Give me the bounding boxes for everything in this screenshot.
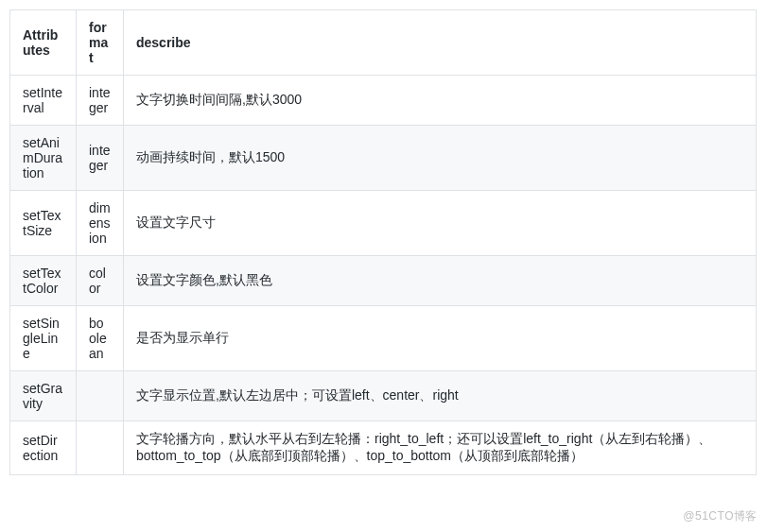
- table-row: setTextSize dimension 设置文字尺寸: [10, 191, 757, 256]
- cell-describe: 是否为显示单行: [124, 306, 757, 371]
- cell-describe: 文字显示位置,默认左边居中；可设置left、center、right: [124, 371, 757, 421]
- table-row: setGravity 文字显示位置,默认左边居中；可设置left、center、…: [10, 371, 757, 421]
- table-row: setDirection 文字轮播方向，默认水平从右到左轮播：right_to_…: [10, 421, 757, 475]
- header-describe: describe: [124, 10, 757, 76]
- cell-format: [77, 421, 124, 475]
- cell-format: dimension: [77, 191, 124, 256]
- table-header-row: Attributes format describe: [10, 10, 757, 76]
- table-row: setAnimDuration integer 动画持续时间，默认1500: [10, 126, 757, 191]
- cell-format: integer: [77, 76, 124, 126]
- cell-attribute: setSingleLine: [10, 306, 77, 371]
- header-attributes: Attributes: [10, 10, 77, 76]
- cell-format: boolean: [77, 306, 124, 371]
- cell-format: color: [77, 256, 124, 306]
- cell-describe: 文字切换时间间隔,默认3000: [124, 76, 757, 126]
- cell-attribute: setDirection: [10, 421, 77, 475]
- table-row: setTextColor color 设置文字颜色,默认黑色: [10, 256, 757, 306]
- table-row: setSingleLine boolean 是否为显示单行: [10, 306, 757, 371]
- cell-attribute: setGravity: [10, 371, 77, 421]
- attributes-table: Attributes format describe setInterval i…: [9, 9, 757, 475]
- cell-describe: 动画持续时间，默认1500: [124, 126, 757, 191]
- cell-attribute: setInterval: [10, 76, 77, 126]
- cell-attribute: setTextSize: [10, 191, 77, 256]
- cell-describe: 设置文字尺寸: [124, 191, 757, 256]
- cell-describe: 文字轮播方向，默认水平从右到左轮播：right_to_left；还可以设置lef…: [124, 421, 757, 475]
- cell-format: integer: [77, 126, 124, 191]
- cell-describe: 设置文字颜色,默认黑色: [124, 256, 757, 306]
- cell-format: [77, 371, 124, 421]
- header-format: format: [77, 10, 124, 76]
- cell-attribute: setAnimDuration: [10, 126, 77, 191]
- cell-attribute: setTextColor: [10, 256, 77, 306]
- table-row: setInterval integer 文字切换时间间隔,默认3000: [10, 76, 757, 126]
